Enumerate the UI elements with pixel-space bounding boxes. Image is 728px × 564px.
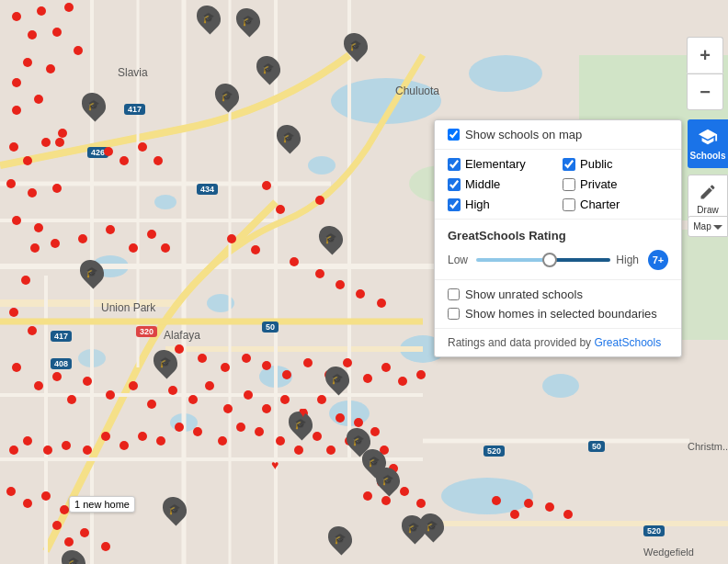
- zoom-in-button[interactable]: +: [687, 37, 723, 73]
- home-dot: [290, 257, 299, 266]
- shield-320: 320: [136, 326, 157, 337]
- home-dot: [381, 363, 391, 372]
- slavia-label: Slavia: [118, 66, 148, 79]
- draw-icon: [699, 183, 717, 201]
- public-option: Public: [563, 157, 668, 171]
- private-checkbox[interactable]: [563, 178, 575, 191]
- home-dot: [106, 390, 115, 400]
- home-dot: [23, 156, 32, 165]
- middle-checkbox[interactable]: [448, 178, 461, 191]
- shield-408: 408: [51, 358, 72, 369]
- home-dot: [175, 423, 184, 432]
- home-dot: [262, 361, 271, 370]
- schools-filter-panel: Show schools on map Elementary Public Mi…: [434, 119, 682, 357]
- home-dot: [198, 354, 207, 363]
- home-dot: [188, 395, 198, 404]
- footer-section: Ratings and data provided by GreatSchool…: [435, 329, 681, 356]
- home-dot: [205, 381, 214, 390]
- home-dot: [12, 363, 21, 372]
- public-checkbox[interactable]: [563, 158, 575, 171]
- home-dot: [262, 404, 271, 413]
- schools-tab-button[interactable]: Schools: [688, 119, 728, 168]
- home-dot: [244, 390, 253, 400]
- rating-title: GreatSchools Rating: [448, 229, 668, 243]
- home-dot: [221, 363, 230, 372]
- home-dot: [315, 196, 324, 205]
- home-dot: [12, 216, 21, 225]
- map-container: Slavia Union Park Alafaya Chuluota Chris…: [0, 0, 728, 564]
- wedgefield-label: Wedgefield: [643, 547, 694, 558]
- home-dot: [218, 436, 227, 446]
- home-dot: [67, 395, 76, 404]
- show-homes-boundaries-checkbox[interactable]: [448, 308, 460, 320]
- elementary-checkbox[interactable]: [448, 158, 461, 171]
- home-dot: [74, 46, 83, 55]
- home-dot: [23, 436, 32, 446]
- home-dot: [510, 510, 519, 519]
- home-dot: [343, 358, 352, 367]
- home-dot: [52, 372, 62, 381]
- home-dot: [23, 58, 32, 67]
- show-unrated-checkbox[interactable]: [448, 288, 460, 300]
- favorite-marker: ♥: [299, 404, 308, 421]
- alafaya-label: Alafaya: [164, 329, 200, 342]
- charter-checkbox[interactable]: [563, 198, 575, 211]
- home-dot: [563, 510, 573, 519]
- union-park-label: Union Park: [101, 301, 155, 314]
- home-dot: [524, 499, 533, 508]
- home-dot: [154, 156, 163, 165]
- home-dot: [9, 142, 18, 152]
- home-dot: [303, 358, 313, 367]
- home-dot: [363, 374, 372, 383]
- home-dot: [317, 395, 326, 404]
- home-dot: [236, 423, 245, 432]
- show-schools-checkbox[interactable]: [448, 129, 460, 141]
- shield-520a: 520: [483, 446, 505, 457]
- new-home-badge: 1 new home: [69, 496, 135, 513]
- show-homes-boundaries-label[interactable]: Show homes in selected boundaries: [465, 307, 657, 321]
- home-dot: [398, 377, 407, 386]
- home-dot: [336, 413, 345, 423]
- home-dot: [223, 404, 233, 413]
- home-dot: [161, 243, 170, 253]
- home-dot: [43, 446, 52, 455]
- home-dot: [354, 418, 363, 427]
- home-dot: [6, 487, 16, 496]
- home-dot: [37, 6, 46, 16]
- home-dot: [51, 239, 60, 248]
- shield-50b: 50: [588, 441, 605, 452]
- home-dot: [78, 234, 87, 243]
- high-checkbox[interactable]: [448, 198, 461, 211]
- rating-badge: 7+: [648, 250, 668, 270]
- home-dot: [28, 188, 37, 197]
- home-dot: [9, 446, 18, 455]
- options-section: Show unrated schools Show homes in selec…: [435, 280, 681, 329]
- svg-point-13: [441, 478, 533, 514]
- show-unrated-label[interactable]: Show unrated schools: [465, 288, 583, 301]
- home-dot: [101, 432, 110, 441]
- home-dot: [294, 446, 303, 455]
- elementary-option: Elementary: [448, 157, 553, 171]
- home-dot: [280, 395, 290, 404]
- rating-slider-row: Low High 7+: [448, 250, 668, 270]
- home-dot: [377, 299, 386, 308]
- greatschools-link[interactable]: GreatSchools: [594, 336, 661, 349]
- home-dot: [193, 427, 202, 436]
- home-dot: [52, 521, 62, 530]
- home-dot: [9, 308, 18, 317]
- home-dot: [34, 223, 43, 232]
- home-dot: [21, 276, 30, 285]
- home-dot: [60, 505, 69, 514]
- home-dot: [129, 381, 138, 390]
- map-tab-button[interactable]: Map: [688, 216, 728, 237]
- home-dot: [28, 326, 37, 335]
- rating-slider-thumb[interactable]: [542, 253, 557, 267]
- home-dot: [416, 499, 426, 508]
- home-dot: [30, 243, 40, 253]
- christmas-label: Christm...: [688, 441, 728, 452]
- home-dot: [313, 432, 322, 441]
- zoom-out-button[interactable]: −: [687, 73, 723, 110]
- grade-type-grid: Elementary Public Middle Private High Ch…: [435, 150, 681, 220]
- home-dot: [12, 78, 21, 87]
- show-schools-label[interactable]: Show schools on map: [465, 128, 582, 141]
